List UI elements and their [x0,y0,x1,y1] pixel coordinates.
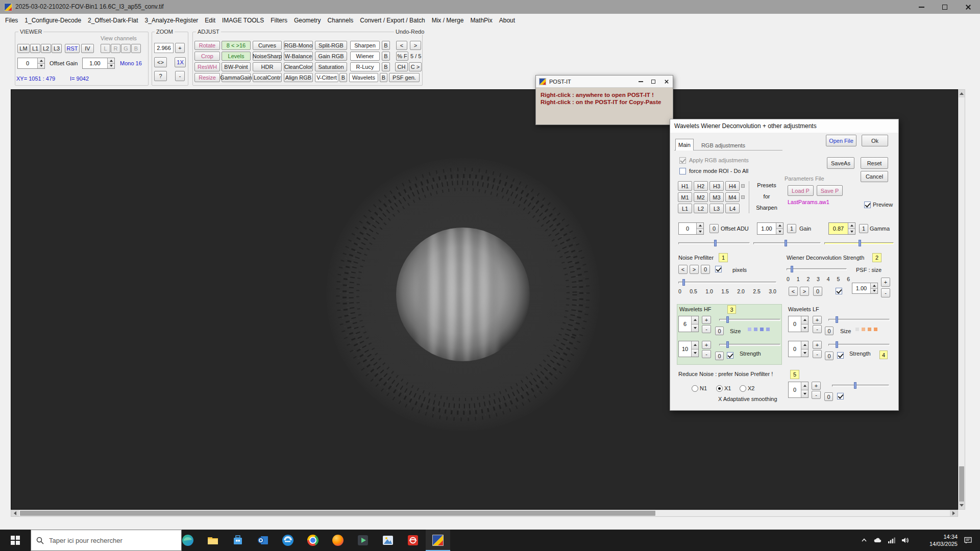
lf-size-plus-button[interactable]: + [813,316,822,324]
lf-strength-minus-button[interactable]: - [813,350,822,358]
vertical-scroll-thumb[interactable] [959,466,964,506]
lf-size-arrows[interactable] [801,316,808,332]
preset-h4-button[interactable]: H4 [725,181,740,191]
channel-g-button[interactable]: G [121,44,131,53]
slider-thumb[interactable] [726,316,729,323]
redo-button[interactable]: > [410,41,421,50]
preset-l3-button[interactable]: L3 [709,204,724,213]
sharpen-button[interactable]: Sharpen [350,41,380,50]
scroll-up-button[interactable] [959,90,965,97]
wavelets-dialog-titlebar[interactable]: Wavelets Wiener Deconvolution + other ad… [670,119,898,133]
preset-m1-button[interactable]: M1 [678,192,692,202]
reswh-button[interactable]: ResWH [194,62,220,71]
viewer-lm-button[interactable]: LM [17,44,30,53]
menu-mathpix[interactable]: MathPix [470,17,492,24]
curves-button[interactable]: Curves [253,41,282,50]
save-p-button[interactable]: Save P [817,185,843,196]
bw-point-button[interactable]: BW-Point [222,62,251,71]
taskbar-clock[interactable]: 14:34 14/03/2025 [916,530,959,551]
gamma-reset-button[interactable]: 1 [859,224,868,233]
cleancolor-button[interactable]: CleanColor [284,62,313,71]
noise-prefilter-dec-button[interactable]: < [678,265,688,274]
viewer-rst-button[interactable]: RST [65,44,80,53]
menu-image-tools[interactable]: IMAGE TOOLS [222,17,264,24]
preset-h1-button[interactable]: H1 [678,181,692,191]
lf-strength-slider[interactable] [828,341,890,348]
preset-l4-button[interactable]: L4 [725,204,740,213]
taskbar-explorer-icon[interactable] [201,530,225,551]
reduce-noise-slider[interactable] [832,382,889,389]
rgb-mono-button[interactable]: RGB-Mono [284,41,313,50]
preset-m4-button[interactable]: M4 [725,192,740,202]
r-lucy-b-button[interactable]: B [382,62,390,71]
taskbar-edge-icon[interactable] [176,530,200,551]
slider-thumb[interactable] [836,341,838,348]
sharpen-b-button[interactable]: B [382,41,390,50]
slider-thumb[interactable] [791,266,793,272]
zoom-help-button[interactable]: ? [154,71,167,81]
reduce-noise-minus-button[interactable]: - [812,391,821,399]
close-button[interactable] [957,0,980,14]
slider-thumb[interactable] [682,279,685,286]
menu-files[interactable]: Files [5,17,18,24]
taskbar-search-input[interactable] [48,536,167,545]
taskbar-acrobat-icon[interactable] [401,530,425,551]
menu-mix-merge[interactable]: Mix / Merge [432,17,464,24]
reduce-noise-zero-button[interactable]: 0 [824,392,833,401]
lf-strength-plus-button[interactable]: + [813,341,822,349]
reduce-noise-arrows[interactable] [801,382,808,397]
lf-strength-arrows[interactable] [801,341,808,357]
taskbar-media-app-icon[interactable] [351,530,375,551]
taskbar-chrome-icon[interactable] [301,530,325,551]
menu-offset-dark-flat[interactable]: 2_Offset-Dark-Flat [88,17,138,24]
menu-edit[interactable]: Edit [205,17,215,24]
viewer-gain-spinner[interactable]: 1.00 [82,58,115,69]
gain-slider[interactable] [753,240,821,246]
taskbar-firefox-icon[interactable] [326,530,350,551]
hf-size-zero-button[interactable]: 0 [715,327,724,335]
load-p-button[interactable]: Load P [788,185,814,196]
zoom-out-button[interactable]: - [175,71,185,81]
saveas-button[interactable]: SaveAs [827,157,854,169]
maximize-button[interactable] [933,0,957,14]
reduce-noise-n1-radio[interactable] [692,385,698,392]
psf-inc-button[interactable]: > [800,287,809,296]
psf-gen-button[interactable]: PSF gen. [389,73,420,82]
noisesharp-button[interactable]: NoiseSharp [253,52,282,61]
wavelets-b-button[interactable]: B [380,73,387,82]
scroll-left-button[interactable] [11,510,19,516]
psf-minus-button[interactable]: - [881,288,890,297]
viewer-gain-arrows[interactable] [107,58,114,68]
preview-checkbox[interactable] [864,202,871,208]
viewer-offset-spinner[interactable]: 0 [17,58,45,69]
levels-button[interactable]: Levels [222,52,251,61]
menu-channels[interactable]: Channels [328,17,354,24]
horizontal-scroll-thumb[interactable] [20,511,655,516]
r-lucy-button[interactable]: R-Lucy [350,62,380,71]
psf-plus-button[interactable]: + [881,278,890,287]
hf-strength-spinner[interactable]: 10 [678,341,699,357]
postit-maximize-icon[interactable] [651,80,655,84]
reduce-noise-x2-radio[interactable] [740,385,746,392]
gamma-spinner[interactable]: 0.87 [828,222,855,235]
rotate-button[interactable]: Rotate [194,41,220,50]
start-button[interactable] [0,530,31,551]
vertical-scrollbar[interactable] [958,89,965,510]
tab-rgb-adjustments[interactable]: RGB adjustments [695,140,752,151]
psf-size-arrows[interactable] [870,283,877,293]
psf-size-spinner[interactable]: 1.00 [852,283,878,294]
gain-reset-button[interactable]: 1 [787,224,796,233]
reset-button[interactable]: Reset [861,157,888,169]
menu-configure-decode[interactable]: 1_Configure-Decode [24,17,81,24]
v-cittert-button[interactable]: V-Cittert [315,73,338,82]
wiener-button[interactable]: Wiener [350,52,380,61]
preset-m3-button[interactable]: M3 [709,192,724,202]
zoom-in-button[interactable]: + [175,43,185,53]
viewer-l3-button[interactable]: L3 [52,44,62,53]
align-rgb-button[interactable]: Align RGB [284,73,313,82]
hf-strength-zero-button[interactable]: 0 [715,352,724,360]
taskbar-photos-app-icon[interactable] [376,530,400,551]
channel-b-button[interactable]: B [131,44,141,53]
lf-size-slider[interactable] [828,316,890,323]
hf-size-spinner[interactable]: 6 [678,316,699,332]
